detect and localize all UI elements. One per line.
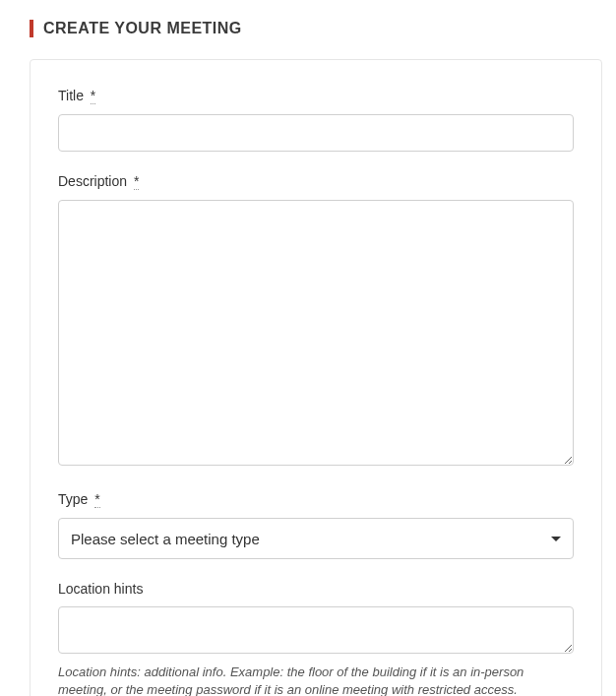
title-group: Title * [58, 88, 574, 152]
description-group: Description * [58, 173, 574, 470]
form-card: Title * Description * Type * Please sele… [30, 59, 602, 696]
type-label-text: Type [58, 491, 88, 507]
location-hints-help: Location hints: additional info. Example… [58, 664, 574, 696]
description-label: Description * [58, 173, 574, 190]
type-label: Type * [58, 491, 574, 508]
title-input[interactable] [58, 114, 574, 152]
page-title: CREATE YOUR MEETING [43, 20, 602, 37]
type-select[interactable]: Please select a meeting type [58, 518, 574, 559]
description-textarea[interactable] [58, 200, 574, 466]
chevron-down-icon [551, 537, 561, 541]
location-hints-label: Location hints [58, 581, 574, 597]
description-label-text: Description [58, 173, 127, 189]
page-header: CREATE YOUR MEETING [30, 20, 602, 37]
location-hints-textarea[interactable] [58, 606, 574, 654]
title-label: Title * [58, 88, 574, 104]
type-select-wrapper: Please select a meeting type [58, 518, 574, 559]
title-label-text: Title [58, 88, 84, 103]
required-asterisk-icon: * [91, 89, 95, 104]
type-select-value: Please select a meeting type [71, 531, 260, 547]
type-group: Type * Please select a meeting type [58, 491, 574, 559]
required-asterisk-icon: * [134, 174, 139, 190]
location-hints-group: Location hints Location hints: additiona… [58, 581, 574, 696]
location-hints-label-text: Location hints [58, 581, 143, 597]
required-asterisk-icon: * [94, 492, 99, 508]
